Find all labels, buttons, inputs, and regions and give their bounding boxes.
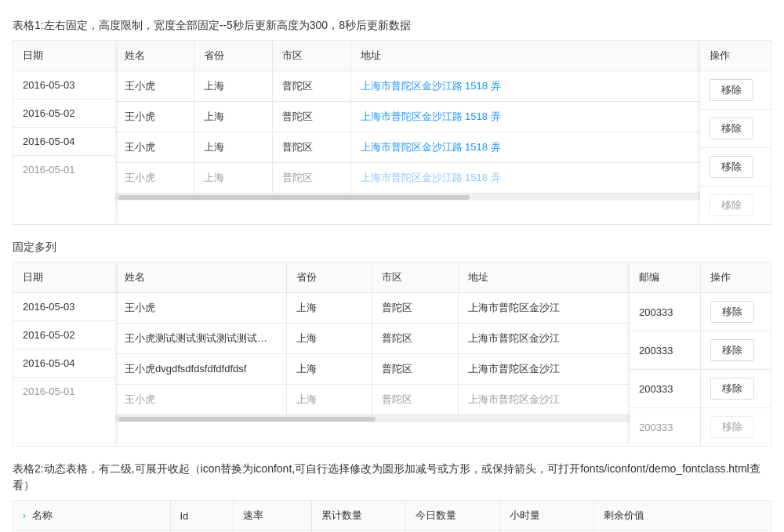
table-row: 王小虎 上海 普陀区 上海市普陀区金沙江	[115, 293, 630, 324]
table-row: 移除	[700, 71, 771, 110]
col-province: 省份	[194, 41, 272, 71]
table-row: 王小虎测试测试测试测试测试宽度 上海 普陀区 上海市普陀区金沙江	[115, 324, 630, 354]
table3-title: 表格2:动态表格，有二级,可展开收起（icon替换为iconfont,可自行选择…	[13, 461, 771, 494]
table-row: 王小虎 上海 普陀区 上海市普陀区金沙江路 1518 弄	[115, 132, 700, 163]
address-link[interactable]: 上海市普陀区金沙江路 1518 弄	[361, 141, 501, 153]
hscroll-thumb-2[interactable]	[118, 417, 376, 422]
col-id: Id	[170, 501, 233, 531]
table1-main: 姓名 省份 市区 地址	[115, 41, 700, 224]
table1-container: 日期 2016-05-03 2016-05-02 2016-05-04 2016…	[13, 40, 771, 225]
table-row: 移除	[700, 110, 771, 148]
table3-container: › 名称 Id 速率 累计数量 今日数量 小时量 剩余价值 › qqq	[13, 500, 771, 532]
col-today: 今日数量	[405, 501, 499, 531]
col-date: 日期	[13, 262, 115, 293]
table1-main-scroll[interactable]: 王小虎 上海 普陀区 上海市普陀区金沙江路 1518 弄 王小虎 上海 普陀区 …	[115, 71, 700, 193]
table-row-partial: 王小虎 上海 普陀区 上海市普陀区金沙江	[115, 385, 630, 415]
col-total: 累计数量	[311, 501, 405, 531]
table1-right-scroll[interactable]: 移除 移除 移除 移除	[700, 71, 771, 224]
table-row: 2016-05-04	[13, 349, 115, 378]
table2-left-fixed: 日期 2016-05-03 2016-05-02 2016-05-04 2016…	[13, 262, 115, 446]
col-address: 地址	[458, 262, 630, 293]
remove-button[interactable]: 移除	[710, 378, 754, 400]
table2-title: 固定多列	[13, 239, 771, 255]
remove-button[interactable]: 移除	[710, 301, 754, 323]
table-row: 王小虎 上海 普陀区 上海市普陀区金沙江路 1518 弄	[115, 102, 700, 132]
table2-main-scroll[interactable]: 王小虎 上海 普陀区 上海市普陀区金沙江 王小虎测试测试测试测试测试宽度 上海 …	[115, 293, 630, 414]
table-row: 200333 移除	[630, 331, 771, 370]
table-row: 200333 移除	[630, 370, 771, 408]
table3-section: 表格2:动态表格，有二级,可展开收起（icon替换为iconfont,可自行选择…	[13, 461, 771, 532]
col-hours: 小时量	[499, 501, 593, 531]
col-city: 市区	[272, 41, 350, 71]
col-name: 姓名	[115, 262, 287, 293]
table2-main: 姓名 省份 市区 地址	[115, 262, 630, 446]
horizontal-scrollbar[interactable]	[115, 193, 700, 201]
address-link[interactable]: 上海市普陀区金沙江路 1518 弄	[361, 172, 501, 183]
table1-section: 表格1:左右固定，高度限制，宽度全部固定--5秒后更新高度为300，8秒后更新数…	[13, 17, 771, 225]
col-name: 姓名	[115, 41, 194, 71]
table1-left-fixed: 日期 2016-05-03 2016-05-02 2016-05-04 2016…	[13, 41, 115, 224]
table-row-partial: 2016-05-01	[13, 378, 115, 406]
col-province: 省份	[287, 262, 372, 293]
table1-title: 表格1:左右固定，高度限制，宽度全部固定--5秒后更新高度为300，8秒后更新数…	[13, 17, 771, 34]
remove-button[interactable]: 移除	[710, 79, 753, 101]
table2-right-scroll[interactable]: 200333 移除 200333 移除 200333 移除	[630, 293, 771, 446]
table-row: 2016-05-02	[13, 100, 115, 128]
col-date: 日期	[13, 41, 115, 71]
table-row-partial: 2016-05-01	[13, 156, 115, 184]
table-row-partial: 王小虎 上海 普陀区 上海市普陀区金沙江路 1518 弄	[115, 163, 700, 194]
table2-left-scroll[interactable]: 2016-05-03 2016-05-02 2016-05-04 2016-05…	[13, 293, 115, 405]
table-row: 2016-05-03	[13, 293, 115, 321]
address-link[interactable]: 上海市普陀区金沙江路 1518 弄	[361, 80, 501, 92]
remove-button[interactable]: 移除	[710, 156, 753, 178]
hscroll-thumb[interactable]	[118, 195, 470, 200]
table-row: 2016-05-03	[13, 71, 115, 100]
table-row: 200333 移除	[630, 293, 771, 331]
col-action: 操作	[700, 41, 771, 71]
table-row: 王小虎dvgdfsdfdsfdfdfdfdsf 上海 普陀区 上海市普陀区金沙江	[115, 354, 630, 385]
table-row: 2016-05-02	[13, 321, 115, 349]
table-row: 移除	[700, 148, 771, 186]
table-row-partial: 200333 移除	[630, 408, 771, 447]
col-speed: 速率	[233, 501, 311, 531]
remove-button[interactable]: 移除	[710, 416, 754, 438]
table1-right-fixed: 操作 移除 移除 移除 移除	[700, 41, 771, 224]
col-zip: 邮编	[630, 262, 700, 293]
col-action: 操作	[700, 262, 771, 293]
table-row-partial: 移除	[700, 186, 771, 225]
remove-button[interactable]: 移除	[710, 194, 753, 216]
col-name: › 名称	[13, 501, 170, 531]
col-address: 地址	[350, 41, 700, 71]
col-city: 市区	[372, 262, 458, 293]
remove-button[interactable]: 移除	[710, 118, 753, 139]
table2-section: 固定多列 日期 2016-05-03	[13, 239, 771, 447]
expand-all-icon[interactable]: ›	[23, 510, 26, 521]
col-remaining: 剩余价值	[593, 501, 771, 531]
table-row: 2016-05-04	[13, 128, 115, 156]
table2-container: 日期 2016-05-03 2016-05-02 2016-05-04 2016…	[13, 262, 771, 447]
table1-left-scroll[interactable]: 2016-05-03 2016-05-02 2016-05-04 2016-05…	[13, 71, 115, 183]
table-row: 王小虎 上海 普陀区 上海市普陀区金沙江路 1518 弄	[115, 71, 700, 102]
table2-right-fixed: 邮编 操作 200333 移除	[630, 262, 771, 446]
address-link[interactable]: 上海市普陀区金沙江路 1518 弄	[361, 110, 501, 122]
remove-button[interactable]: 移除	[710, 339, 754, 361]
horizontal-scrollbar-2[interactable]	[115, 414, 630, 422]
